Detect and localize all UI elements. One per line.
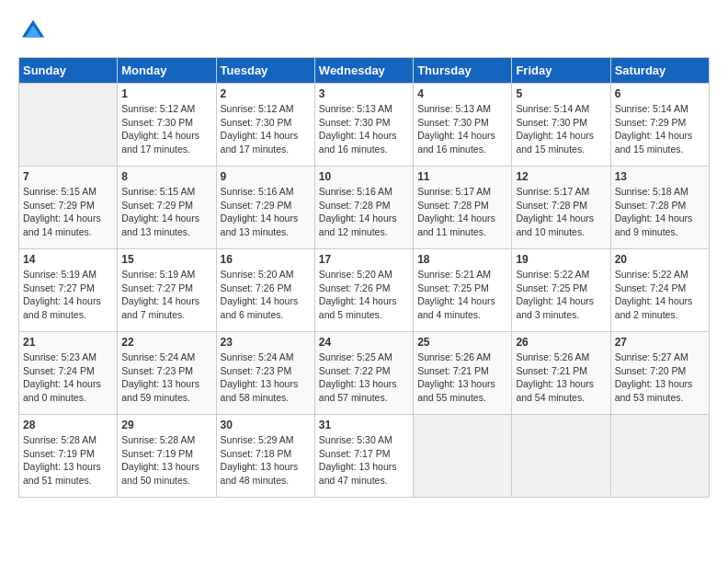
day-info: Sunrise: 5:22 AM Sunset: 7:24 PM Dayligh… [615, 268, 705, 322]
day-cell [512, 415, 610, 498]
day-number: 17 [319, 253, 409, 266]
day-number: 30 [221, 419, 311, 431]
day-cell: 29Sunrise: 5:28 AM Sunset: 7:19 PM Dayli… [118, 415, 216, 498]
day-cell: 22Sunrise: 5:24 AM Sunset: 7:23 PM Dayli… [118, 332, 216, 415]
week-row-5: 28Sunrise: 5:28 AM Sunset: 7:19 PM Dayli… [19, 415, 710, 498]
day-info: Sunrise: 5:15 AM Sunset: 7:29 PM Dayligh… [121, 185, 211, 239]
day-info: Sunrise: 5:28 AM Sunset: 7:19 PM Dayligh… [23, 433, 113, 488]
day-info: Sunrise: 5:14 AM Sunset: 7:29 PM Dayligh… [615, 102, 705, 156]
day-info: Sunrise: 5:27 AM Sunset: 7:20 PM Dayligh… [615, 350, 705, 405]
day-cell: 18Sunrise: 5:21 AM Sunset: 7:25 PM Dayli… [414, 249, 512, 332]
day-cell: 27Sunrise: 5:27 AM Sunset: 7:20 PM Dayli… [610, 332, 709, 415]
day-info: Sunrise: 5:16 AM Sunset: 7:29 PM Dayligh… [221, 185, 311, 239]
day-cell [414, 415, 512, 498]
col-header-friday: Friday [512, 58, 610, 84]
day-number: 7 [23, 170, 113, 183]
day-info: Sunrise: 5:25 AM Sunset: 7:22 PM Dayligh… [319, 350, 409, 405]
day-cell: 31Sunrise: 5:30 AM Sunset: 7:17 PM Dayli… [314, 415, 413, 498]
day-cell: 16Sunrise: 5:20 AM Sunset: 7:26 PM Dayli… [216, 249, 314, 332]
day-number: 23 [221, 336, 311, 349]
day-number: 3 [319, 87, 409, 100]
day-info: Sunrise: 5:13 AM Sunset: 7:30 PM Dayligh… [319, 102, 409, 156]
day-number: 31 [319, 419, 409, 431]
day-info: Sunrise: 5:20 AM Sunset: 7:26 PM Dayligh… [319, 268, 409, 322]
day-number: 11 [417, 170, 507, 183]
day-cell: 6Sunrise: 5:14 AM Sunset: 7:29 PM Daylig… [610, 84, 709, 167]
day-number: 20 [615, 253, 705, 266]
day-info: Sunrise: 5:22 AM Sunset: 7:25 PM Dayligh… [516, 268, 606, 322]
day-cell: 10Sunrise: 5:16 AM Sunset: 7:28 PM Dayli… [314, 167, 413, 249]
day-cell: 21Sunrise: 5:23 AM Sunset: 7:24 PM Dayli… [19, 332, 118, 415]
day-info: Sunrise: 5:28 AM Sunset: 7:19 PM Dayligh… [121, 433, 211, 488]
col-header-saturday: Saturday [610, 58, 709, 84]
day-info: Sunrise: 5:17 AM Sunset: 7:28 PM Dayligh… [516, 185, 606, 239]
logo-icon [20, 18, 46, 44]
col-header-wednesday: Wednesday [314, 58, 413, 84]
day-cell [610, 415, 709, 498]
week-row-3: 14Sunrise: 5:19 AM Sunset: 7:27 PM Dayli… [19, 249, 710, 332]
day-number: 5 [516, 87, 606, 100]
day-cell: 2Sunrise: 5:12 AM Sunset: 7:30 PM Daylig… [216, 84, 314, 167]
day-info: Sunrise: 5:26 AM Sunset: 7:21 PM Dayligh… [417, 350, 507, 405]
logo [18, 18, 46, 48]
day-info: Sunrise: 5:29 AM Sunset: 7:18 PM Dayligh… [221, 433, 311, 488]
day-cell: 25Sunrise: 5:26 AM Sunset: 7:21 PM Dayli… [414, 332, 512, 415]
day-number: 24 [319, 336, 409, 349]
day-info: Sunrise: 5:21 AM Sunset: 7:25 PM Dayligh… [417, 268, 507, 322]
day-number: 22 [121, 336, 211, 349]
day-cell: 11Sunrise: 5:17 AM Sunset: 7:28 PM Dayli… [414, 167, 512, 249]
day-number: 25 [417, 336, 507, 349]
day-number: 29 [121, 419, 211, 431]
day-cell: 15Sunrise: 5:19 AM Sunset: 7:27 PM Dayli… [118, 249, 216, 332]
day-cell: 28Sunrise: 5:28 AM Sunset: 7:19 PM Dayli… [19, 415, 118, 498]
day-cell: 13Sunrise: 5:18 AM Sunset: 7:28 PM Dayli… [610, 167, 709, 249]
day-number: 15 [121, 253, 211, 266]
day-cell: 26Sunrise: 5:26 AM Sunset: 7:21 PM Dayli… [512, 332, 610, 415]
day-info: Sunrise: 5:12 AM Sunset: 7:30 PM Dayligh… [121, 102, 211, 156]
page-header [18, 18, 710, 48]
day-number: 4 [417, 87, 507, 100]
day-info: Sunrise: 5:14 AM Sunset: 7:30 PM Dayligh… [516, 102, 606, 156]
day-cell: 1Sunrise: 5:12 AM Sunset: 7:30 PM Daylig… [118, 84, 216, 167]
day-number: 8 [121, 170, 211, 183]
day-cell: 7Sunrise: 5:15 AM Sunset: 7:29 PM Daylig… [19, 167, 118, 249]
header-row: SundayMondayTuesdayWednesdayThursdayFrid… [19, 58, 710, 84]
day-cell: 5Sunrise: 5:14 AM Sunset: 7:30 PM Daylig… [512, 84, 610, 167]
day-number: 14 [23, 253, 113, 266]
day-cell: 20Sunrise: 5:22 AM Sunset: 7:24 PM Dayli… [610, 249, 709, 332]
day-number: 1 [121, 87, 211, 100]
day-info: Sunrise: 5:30 AM Sunset: 7:17 PM Dayligh… [319, 433, 409, 488]
day-number: 16 [221, 253, 311, 266]
day-number: 21 [23, 336, 113, 349]
week-row-1: 1Sunrise: 5:12 AM Sunset: 7:30 PM Daylig… [19, 84, 710, 167]
day-cell: 9Sunrise: 5:16 AM Sunset: 7:29 PM Daylig… [216, 167, 314, 249]
day-info: Sunrise: 5:12 AM Sunset: 7:30 PM Dayligh… [221, 102, 311, 156]
day-info: Sunrise: 5:18 AM Sunset: 7:28 PM Dayligh… [615, 185, 705, 239]
day-number: 6 [615, 87, 705, 100]
day-cell: 23Sunrise: 5:24 AM Sunset: 7:23 PM Dayli… [216, 332, 314, 415]
day-number: 26 [516, 336, 606, 349]
col-header-monday: Monday [118, 58, 216, 84]
day-cell: 17Sunrise: 5:20 AM Sunset: 7:26 PM Dayli… [314, 249, 413, 332]
day-number: 12 [516, 170, 606, 183]
day-number: 13 [615, 170, 705, 183]
day-info: Sunrise: 5:24 AM Sunset: 7:23 PM Dayligh… [121, 350, 211, 405]
day-cell: 3Sunrise: 5:13 AM Sunset: 7:30 PM Daylig… [314, 84, 413, 167]
week-row-2: 7Sunrise: 5:15 AM Sunset: 7:29 PM Daylig… [19, 167, 710, 249]
day-number: 10 [319, 170, 409, 183]
day-cell: 24Sunrise: 5:25 AM Sunset: 7:22 PM Dayli… [314, 332, 413, 415]
day-info: Sunrise: 5:19 AM Sunset: 7:27 PM Dayligh… [121, 268, 211, 322]
day-cell: 8Sunrise: 5:15 AM Sunset: 7:29 PM Daylig… [118, 167, 216, 249]
day-number: 18 [417, 253, 507, 266]
col-header-thursday: Thursday [414, 58, 512, 84]
week-row-4: 21Sunrise: 5:23 AM Sunset: 7:24 PM Dayli… [19, 332, 710, 415]
day-info: Sunrise: 5:17 AM Sunset: 7:28 PM Dayligh… [417, 185, 507, 239]
day-number: 19 [516, 253, 606, 266]
day-info: Sunrise: 5:20 AM Sunset: 7:26 PM Dayligh… [221, 268, 311, 322]
col-header-sunday: Sunday [19, 58, 118, 84]
day-number: 28 [23, 419, 113, 431]
col-header-tuesday: Tuesday [216, 58, 314, 84]
day-cell: 12Sunrise: 5:17 AM Sunset: 7:28 PM Dayli… [512, 167, 610, 249]
day-cell: 30Sunrise: 5:29 AM Sunset: 7:18 PM Dayli… [216, 415, 314, 498]
day-info: Sunrise: 5:26 AM Sunset: 7:21 PM Dayligh… [516, 350, 606, 405]
